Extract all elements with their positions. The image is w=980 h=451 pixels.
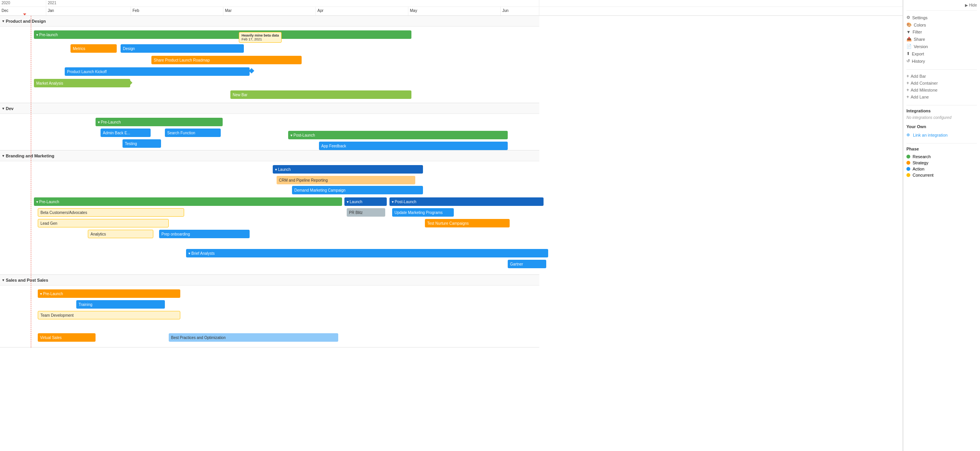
month-may: May: [408, 7, 501, 15]
plus-icon-lane: +: [906, 94, 909, 100]
export-item[interactable]: ⬆ Export: [906, 50, 977, 57]
timeline-area[interactable]: 2020 2021 Dec Jan Feb Mar Apr May Jun: [0, 0, 903, 451]
add-milestone-button[interactable]: + Add Milestone: [906, 87, 977, 94]
section-body-sales: ▾ Pre-Launch Training Team Development V…: [0, 286, 539, 347]
legend-dot-action: [906, 167, 910, 171]
bar-market-analysis[interactable]: Market Analysis: [34, 79, 130, 87]
add-lane-button[interactable]: + Add Lane: [906, 94, 977, 100]
section-header-dev[interactable]: ▾ Dev: [0, 103, 539, 114]
bar-new-bar[interactable]: New Bar: [230, 90, 411, 99]
milestone-kickoff: [249, 68, 254, 73]
month-mar: Mar: [223, 7, 316, 15]
bar-lead-gen[interactable]: Lead Gen: [38, 219, 169, 227]
section-branding: ▾ Branding and Marketing ▾ Launch CRM an…: [0, 150, 539, 275]
chevron-postlaunch: ▾: [290, 133, 292, 137]
bar-design[interactable]: Design: [121, 44, 244, 53]
group-dev-postlaunch: ▾ Post-Launch App Feedback: [3, 130, 536, 149]
section-label-product-design: Product and Design: [6, 19, 46, 23]
section-body-dev: ▾ Pre-Launch Admin Back E... Search Func…: [0, 114, 539, 150]
share-label: Share: [914, 37, 925, 42]
chevron-sales-pre: ▾: [40, 292, 42, 296]
section-product-design: ▾ Product and Design Heavily mine beta d…: [0, 16, 539, 103]
section-header-product-design[interactable]: ▾ Product and Design: [0, 16, 539, 27]
hide-button[interactable]: ▶ Hide: [906, 3, 977, 7]
timeline-header: 2020 2021 Dec Jan Feb Mar Apr May Jun: [0, 0, 903, 16]
bar-demand[interactable]: Demand Marketing Campaign: [292, 186, 423, 194]
bar-sales-prelaunch[interactable]: ▾ Pre-Launch: [38, 289, 180, 298]
chevron-brief: ▾: [188, 251, 190, 256]
bar-metrics[interactable]: Metrics: [70, 44, 117, 53]
row-kickoff: Product Launch Kickoff: [3, 67, 536, 77]
chevron-sales-icon: ▾: [2, 278, 4, 282]
chevron-prelaunch: ▾: [98, 120, 100, 124]
bar-kickoff[interactable]: Product Launch Kickoff: [65, 67, 250, 76]
row-new-bar: New Bar: [3, 90, 536, 100]
add-lane-label: Add Lane: [911, 95, 929, 99]
add-buttons-section: + Add Bar + Add Container + Add Mileston…: [906, 73, 977, 100]
bar-postlaunch[interactable]: ▾ Post-Launch: [389, 197, 544, 206]
version-item[interactable]: 📄 Version: [906, 43, 977, 50]
bar-beta-customers[interactable]: Beta Customers/Advocates: [38, 208, 184, 217]
add-container-button[interactable]: + Add Container: [906, 80, 977, 87]
legend-label-strategy: Strategy: [913, 160, 928, 165]
bar-app-feedback[interactable]: App Feedback: [319, 142, 508, 150]
divider-3: [906, 105, 977, 105]
bar-best-practices[interactable]: Best Practices and Optimization: [169, 333, 338, 342]
panel-settings-section: ⚙ Settings 🎨 Colors ▼ Filter 📤 Share 📄 V…: [906, 14, 977, 65]
chevron-icon: ▾: [2, 19, 4, 23]
add-bar-button[interactable]: + Add Bar: [906, 73, 977, 80]
bar-launch-mid[interactable]: ▾ Launch: [344, 197, 387, 206]
hide-label: Hide: [969, 3, 977, 7]
today-line: [31, 16, 31, 347]
history-icon: ↺: [906, 58, 910, 63]
settings-item[interactable]: ⚙ Settings: [906, 14, 977, 21]
legend-action: Action: [906, 166, 977, 172]
section-dev: ▾ Dev ▾ Pre-Launch Admin Back E...: [0, 103, 539, 150]
link-integration-item[interactable]: ⊕ Link an integration: [906, 131, 977, 139]
bar-team-dev[interactable]: Team Development: [38, 311, 180, 319]
plus-icon-bar: +: [906, 73, 909, 79]
bar-gartner[interactable]: Gartner: [508, 260, 546, 268]
bar-analytics[interactable]: Analytics: [88, 230, 153, 238]
month-jun: Jun: [501, 7, 539, 15]
group-main-row: ▾ Pre-Launch ▾ Launch ▾ Post-Launch: [3, 197, 536, 247]
chevron-main-prelaunch: ▾: [36, 200, 38, 204]
integrations-section: Integrations No integrations configured: [906, 109, 977, 120]
bar-prelaunch-main[interactable]: ▾ Pre-Launch: [34, 197, 342, 206]
no-integrations-text: No integrations configured: [906, 115, 977, 120]
link-icon: ⊕: [906, 132, 910, 137]
bar-dev-postlaunch[interactable]: ▾ Post-Launch: [288, 131, 508, 139]
colors-label: Colors: [914, 23, 926, 27]
section-label-sales: Sales and Post Sales: [6, 278, 48, 282]
phase-title: Phase: [906, 147, 977, 151]
section-header-sales[interactable]: ▾ Sales and Post Sales: [0, 275, 539, 286]
bar-dev-prelaunch[interactable]: ▾ Pre-Launch: [96, 118, 223, 126]
timeline-body: ▾ Product and Design Heavily mine beta d…: [0, 16, 903, 347]
divider-2: [906, 69, 977, 70]
share-item[interactable]: 📤 Share: [906, 35, 977, 43]
history-item[interactable]: ↺ History: [906, 57, 977, 65]
bar-launch-top[interactable]: ▾ Launch: [273, 165, 423, 174]
bar-share-roadmap[interactable]: Share Product Launch Roadmap: [151, 56, 302, 64]
bar-prep-onboarding[interactable]: Prep onboarding: [159, 230, 250, 238]
filter-item[interactable]: ▼ Filter: [906, 28, 977, 35]
share-icon: 📤: [906, 37, 912, 42]
bar-test-nurture[interactable]: Test Nurture Campaigns: [425, 219, 510, 227]
bar-brief-analysts-bg[interactable]: ▾ Brief Analysts: [186, 249, 548, 257]
colors-item[interactable]: 🎨 Colors: [906, 21, 977, 28]
section-body-product-design: Heavily mine beta data Feb 17, 2021 ▾ Pr…: [0, 27, 539, 103]
bar-pr-blitz[interactable]: PR Blitz: [347, 208, 385, 217]
bar-virtual-sales[interactable]: Virtual Sales: [38, 333, 96, 342]
colors-icon: 🎨: [906, 22, 912, 27]
bar-pre-launch-pd[interactable]: ▾ Pre-launch: [34, 30, 411, 39]
bar-training[interactable]: Training: [76, 300, 165, 309]
bar-update-marketing[interactable]: Update Marketing Programs: [392, 208, 454, 217]
hide-arrow-icon: ▶: [965, 3, 968, 7]
timeline-width-container: ▾ Product and Design Heavily mine beta d…: [0, 16, 539, 347]
group-brief-analysts: ▾ Brief Analysts Gartner: [3, 248, 536, 271]
month-dec: Dec: [0, 7, 46, 15]
version-label: Version: [914, 44, 928, 49]
bar-crm[interactable]: CRM and Pipeline Reporting: [277, 176, 415, 184]
row-metrics-design: Metrics Design: [3, 43, 536, 54]
legend-dot-strategy: [906, 161, 910, 165]
